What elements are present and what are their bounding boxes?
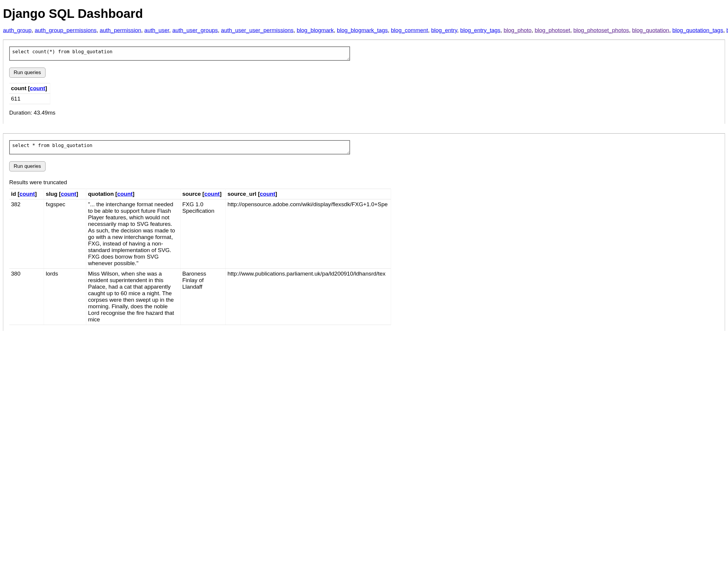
query-block: Run queries count [count] 611 Duration: … [3,40,725,124]
cell-id: 382 [9,199,44,268]
column-header-slug: slug [count] [44,189,86,199]
page-title: Django SQL Dashboard [3,6,725,21]
cell-quotation: Miss Wilson, when she was a resident sup… [86,268,180,324]
results-table: count [count] 611 [9,83,50,104]
column-header-source-url: source_url [count] [226,189,391,199]
table-link-blog_entry_tags[interactable]: blog_entry_tags [460,27,501,33]
table-link-blog_tag[interactable]: blog_tag [726,27,728,33]
query-block: Run queries Results were truncated id [c… [3,133,725,331]
table-link-auth_group[interactable]: auth_group [3,27,31,33]
sql-textarea[interactable] [9,46,350,61]
cell-source: FXG 1.0 Specification [180,199,226,268]
table-link-blog_photoset[interactable]: blog_photoset [535,27,570,33]
table-links-list: auth_group, auth_group_permissions, auth… [3,26,725,34]
count-link[interactable]: count [204,191,220,197]
cell-source-url: http://opensource.adobe.com/wiki/display… [226,199,391,268]
table-link-blog_entry[interactable]: blog_entry [431,27,457,33]
table-link-blog_photoset_photos[interactable]: blog_photoset_photos [573,27,629,33]
run-queries-button[interactable]: Run queries [9,67,45,78]
table-link-blog_blogmark_tags[interactable]: blog_blogmark_tags [337,27,388,33]
run-queries-button[interactable]: Run queries [9,161,45,171]
results-table: id [count] slug [count] quotation [count… [9,189,391,325]
table-row: 382 fxgspec "... the interchange format … [9,199,391,268]
column-header-quotation: quotation [count] [86,189,180,199]
truncated-text: Results were truncated [9,179,719,186]
duration-text: Duration: 43.49ms [9,109,719,116]
cell-slug: lords [44,268,86,324]
table-row: 380 lords Miss Wilson, when she was a re… [9,268,391,324]
cell-id: 380 [9,268,44,324]
cell-source-url: http://www.publications.parliament.uk/pa… [226,268,391,324]
cell-count: 611 [9,93,50,104]
cell-source: Baroness Finlay of Llandaff [180,268,226,324]
count-link[interactable]: count [260,191,275,197]
count-link[interactable]: count [30,85,45,91]
table-link-blog_blogmark[interactable]: blog_blogmark [297,27,334,33]
sql-textarea[interactable] [9,140,350,154]
table-link-blog_photo[interactable]: blog_photo [504,27,531,33]
table-link-auth_user_user_permissions[interactable]: auth_user_user_permissions [221,27,293,33]
count-link[interactable]: count [61,191,76,197]
table-link-auth_permission[interactable]: auth_permission [100,27,141,33]
column-header-id: id [count] [9,189,44,199]
table-link-auth_user_groups[interactable]: auth_user_groups [172,27,218,33]
column-header-source: source [count] [180,189,226,199]
count-link[interactable]: count [117,191,133,197]
cell-quotation: "... the interchange format needed to be… [86,199,180,268]
table-link-auth_user[interactable]: auth_user [144,27,169,33]
count-link[interactable]: count [20,191,35,197]
column-header-count: count [count] [9,83,50,93]
table-link-auth_group_permissions[interactable]: auth_group_permissions [35,27,97,33]
table-link-blog_comment[interactable]: blog_comment [391,27,428,33]
table-link-blog_quotation_tags[interactable]: blog_quotation_tags [672,27,723,33]
cell-slug: fxgspec [44,199,86,268]
table-row: 611 [9,93,50,104]
table-link-blog_quotation[interactable]: blog_quotation [632,27,669,33]
